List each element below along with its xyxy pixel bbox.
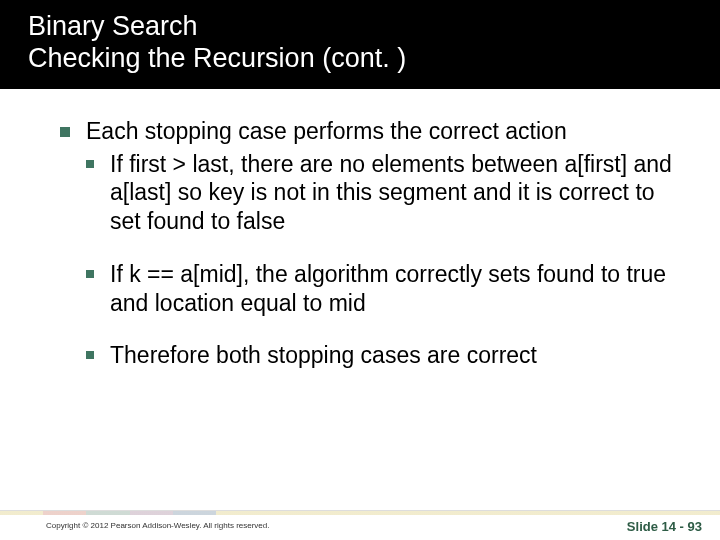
sub-bullet-list: If first > last, there are no elements b… bbox=[86, 150, 680, 371]
copyright-text: Copyright © 2012 Pearson Addison-Wesley.… bbox=[0, 521, 270, 530]
slide-number: Slide 14 - 93 bbox=[627, 519, 702, 534]
title-line-2: Checking the Recursion (cont. ) bbox=[28, 42, 692, 74]
footer-accent-bar bbox=[0, 511, 720, 515]
slide-body: Each stopping case performs the correct … bbox=[0, 89, 720, 540]
sub-bullet-3: Therefore both stopping cases are correc… bbox=[86, 341, 680, 370]
footer: Copyright © 2012 Pearson Addison-Wesley.… bbox=[0, 510, 720, 540]
sub-bullet-2: If k == a[mid], the algorithm correctly … bbox=[86, 260, 680, 318]
title-bar: Binary Search Checking the Recursion (co… bbox=[0, 0, 720, 89]
sub-bullet-1: If first > last, there are no elements b… bbox=[86, 150, 680, 236]
title-line-1: Binary Search bbox=[28, 10, 692, 42]
bullet-main: Each stopping case performs the correct … bbox=[86, 118, 567, 144]
slide: Binary Search Checking the Recursion (co… bbox=[0, 0, 720, 540]
list-item: Each stopping case performs the correct … bbox=[60, 117, 680, 370]
bullet-list: Each stopping case performs the correct … bbox=[60, 117, 680, 370]
